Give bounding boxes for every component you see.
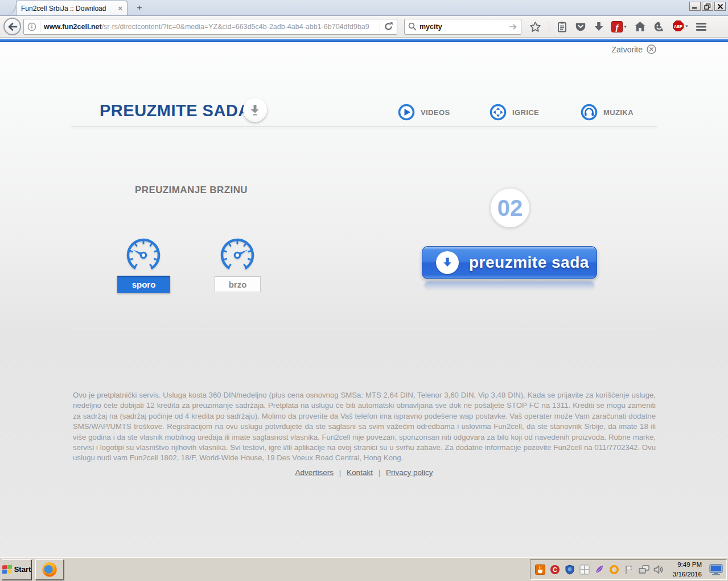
page-content: Zatvorite PREUZMITE SADA VIDEOS IGRICE M… bbox=[0, 38, 728, 557]
footer-separator: | bbox=[379, 468, 381, 477]
firefox-taskbar-button[interactable] bbox=[35, 559, 64, 580]
downloads-icon[interactable] bbox=[594, 21, 604, 32]
taskbar-clock[interactable]: 9:49 PM 3/16/2016 bbox=[673, 560, 702, 579]
back-button[interactable] bbox=[3, 18, 21, 35]
search-box[interactable] bbox=[404, 19, 521, 35]
download-now-button[interactable]: preuzmite sada bbox=[422, 246, 597, 279]
shield-icon[interactable] bbox=[565, 564, 575, 575]
download-button-arrow-icon bbox=[436, 251, 459, 274]
header-divider bbox=[71, 126, 657, 127]
taskbar: Start C bbox=[0, 557, 728, 581]
url-host: www.fun2cell.net bbox=[44, 23, 102, 31]
speedometer-slow-icon[interactable] bbox=[123, 234, 164, 277]
menu-hamburger-icon[interactable] bbox=[696, 22, 707, 31]
svg-text:ABP: ABP bbox=[674, 24, 682, 28]
ccleaner-icon[interactable]: C bbox=[550, 564, 561, 575]
legal-text: Ovo je pretplatnički servis. Usluga kost… bbox=[73, 390, 656, 464]
pocket-icon[interactable] bbox=[575, 21, 586, 32]
screen: Fun2cell SrbiJa :: Download × + www.fu bbox=[0, 0, 728, 581]
speed-section-heading: PREUZIMANJE BRZINU bbox=[135, 185, 248, 196]
circled-close-icon[interactable] bbox=[647, 44, 656, 54]
reload-icon[interactable] bbox=[384, 22, 393, 31]
network-icon[interactable] bbox=[639, 565, 649, 574]
home-icon[interactable] bbox=[634, 21, 646, 32]
nav-label: VIDEOS bbox=[421, 108, 450, 117]
nav-label: IGRICE bbox=[512, 108, 539, 117]
flash-plugin-icon[interactable]: f bbox=[611, 21, 627, 32]
page-close-control[interactable]: Zatvorite bbox=[612, 44, 656, 54]
download-circle-button[interactable] bbox=[243, 98, 267, 122]
toolbar-icons: f ABP bbox=[529, 21, 707, 33]
nav-item-igrice[interactable]: IGRICE bbox=[490, 104, 539, 121]
window-grid-icon[interactable] bbox=[579, 564, 590, 575]
play-icon bbox=[398, 104, 415, 121]
speedometer-fast-icon[interactable] bbox=[217, 234, 258, 277]
clock-date: 3/16/2016 bbox=[673, 570, 702, 579]
ring-icon[interactable] bbox=[609, 564, 620, 575]
url-text: www.fun2cell.net/sr-rs/directcontent/?tc… bbox=[44, 23, 376, 31]
close-button[interactable] bbox=[714, 2, 726, 11]
window-controls bbox=[689, 2, 726, 11]
toolbar-divider bbox=[549, 21, 549, 33]
flag-icon[interactable] bbox=[624, 564, 635, 575]
system-tray: C 9:49 PM bbox=[530, 559, 727, 580]
bookmarks-clipboard-icon[interactable] bbox=[557, 21, 567, 32]
new-tab-button[interactable]: + bbox=[132, 2, 147, 14]
nav-item-muzika[interactable]: MUZIKA bbox=[581, 104, 634, 121]
adblock-plus-icon[interactable]: ABP bbox=[672, 21, 688, 32]
tab-close-icon[interactable]: × bbox=[118, 5, 122, 12]
speed-fast-button[interactable]: brzo bbox=[215, 276, 261, 292]
urlbar-divider bbox=[40, 21, 40, 32]
footer-separator: | bbox=[339, 468, 342, 477]
step-number-badge: 02 bbox=[491, 189, 529, 227]
search-go-icon[interactable] bbox=[509, 23, 517, 30]
firefox-icon bbox=[41, 561, 58, 578]
button-reflection bbox=[424, 281, 595, 290]
search-input[interactable] bbox=[419, 23, 506, 31]
footer-link-kontakt[interactable]: Kontakt bbox=[347, 468, 373, 477]
footer-link-privacy[interactable]: Privacy policy bbox=[386, 468, 433, 477]
page-close-label: Zatvorite bbox=[612, 45, 643, 54]
footer-links: Advertisers | Kontakt | Privacy policy bbox=[0, 468, 728, 477]
messenger-smiley-icon[interactable] bbox=[653, 21, 665, 32]
search-icon bbox=[408, 22, 417, 31]
tab-title: Fun2cell SrbiJa :: Download bbox=[21, 5, 113, 13]
speed-slow-button[interactable]: sporo bbox=[117, 276, 170, 293]
windows-logo-icon bbox=[2, 564, 12, 574]
tab-bar: Fun2cell SrbiJa :: Download × + bbox=[0, 0, 728, 16]
tabstrip-curve bbox=[0, 1, 17, 15]
download-button-label: preuzmite sada bbox=[469, 253, 589, 272]
url-bar[interactable]: www.fun2cell.net/sr-rs/directcontent/?tc… bbox=[23, 19, 397, 35]
navigation-toolbar: www.fun2cell.net/sr-rs/directcontent/?tc… bbox=[0, 16, 728, 38]
page-title: PREUZMITE SADA bbox=[100, 101, 250, 120]
nav-item-videos[interactable]: VIDEOS bbox=[398, 104, 450, 121]
start-button[interactable]: Start bbox=[2, 559, 31, 580]
page-top-blue-bar bbox=[0, 39, 728, 42]
nav-label: MUZIKA bbox=[603, 108, 634, 117]
url-path: /sr-rs/directcontent/?tc=0&media=YZ&cid=… bbox=[102, 23, 369, 31]
svg-text:C: C bbox=[553, 566, 557, 573]
start-label: Start bbox=[14, 565, 31, 574]
clock-time: 9:49 PM bbox=[673, 560, 702, 570]
urlbar-divider bbox=[380, 21, 380, 32]
feather-icon[interactable] bbox=[594, 564, 605, 575]
gamepad-icon bbox=[490, 104, 507, 121]
show-desktop-monitor-icon[interactable] bbox=[709, 564, 723, 575]
footer-link-advertisers[interactable]: Advertisers bbox=[295, 468, 334, 477]
speaker-icon[interactable] bbox=[653, 565, 664, 574]
restore-button[interactable] bbox=[702, 2, 713, 11]
download-arrow-icon bbox=[250, 104, 260, 116]
bookmark-star-icon[interactable] bbox=[529, 21, 541, 32]
minimize-button[interactable] bbox=[689, 2, 701, 11]
browser-tab[interactable]: Fun2cell SrbiJa :: Download × bbox=[16, 1, 127, 15]
java-icon[interactable] bbox=[535, 564, 546, 575]
site-info-icon[interactable] bbox=[27, 22, 36, 31]
headphones-icon bbox=[581, 104, 598, 121]
content-divider bbox=[73, 329, 656, 329]
